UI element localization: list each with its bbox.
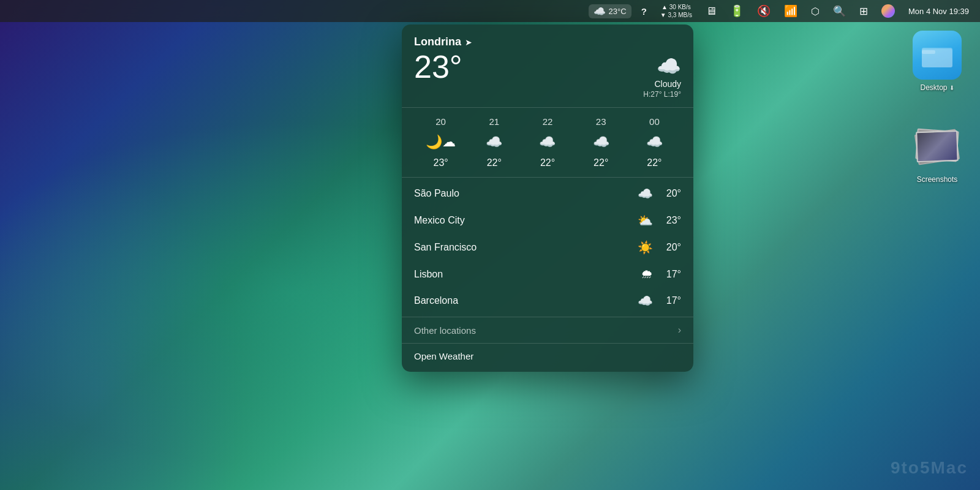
city-temp-mexico-city: 23° [659,215,681,226]
mute-icon: 🔇 [757,4,771,18]
desktop-folder-label: Desktop ⬇ [920,83,954,92]
city-name-barcelona: Barcelona [414,295,458,306]
screenshots-label: Screenshots [917,175,958,184]
hourly-temp-4: 22° [628,157,681,168]
battery-icon: 🔋 [730,4,744,18]
city-right-san-francisco: ☀️ 20° [638,240,681,255]
weather-condition-text: Cloudy [654,79,681,89]
folder-icon-image [913,31,962,80]
hourly-cell-1: 21 [467,116,521,127]
city-temp-sao-paulo: 20° [659,188,681,199]
city-row-mexico-city[interactable]: Mexico City ⛅ 23° [402,207,693,234]
city-row-sao-paulo[interactable]: São Paulo ☁️ 20° [402,180,693,207]
bluetooth-icon: ⬡ [811,6,820,17]
weather-condition-icon: ☁️ [657,55,681,78]
location-arrow-icon: ➤ [465,37,472,47]
weather-popup: Londrina ➤ 23° ☁️ Cloudy H:27° L:19° 20 … [402,24,693,372]
city-name-mexico-city: Mexico City [414,215,465,226]
hourly-times-row: 20 21 22 23 00 [402,113,693,130]
weather-cities-section: São Paulo ☁️ 20° Mexico City ⛅ 23° San F… [402,177,693,317]
hourly-icon-3: ☁️ [575,134,628,150]
weather-location: Londrina [414,36,461,48]
city-temp-barcelona: 17° [659,295,681,306]
other-locations-text: Other locations [414,325,476,336]
folder-svg [922,43,952,67]
city-icon-lisbon: 🌧 [641,267,653,281]
watermark: 9to5Mac [891,458,968,478]
menubar-display-icon[interactable]: 🖥 [702,4,720,19]
avatar [881,4,895,18]
city-icon-barcelona: ☁️ [638,293,653,308]
weather-current-section: Londrina ➤ 23° ☁️ Cloudy H:27° L:19° [402,24,693,107]
screenshots-icon[interactable]: Screenshots [907,123,968,184]
city-right-sao-paulo: ☁️ 20° [638,186,681,201]
hourly-temp-1: 22° [467,157,521,168]
menubar-mute[interactable]: 🔇 [753,3,774,19]
city-name-sao-paulo: São Paulo [414,188,459,199]
city-icon-sao-paulo: ☁️ [638,186,653,201]
hourly-temp-0: 23° [414,157,467,168]
desktop-icons: Desktop ⬇ Screenshots [907,31,968,184]
weather-condition-block: ☁️ Cloudy H:27° L:19° [643,51,681,99]
display-icon: 🖥 [706,5,717,18]
menubar-network-speed[interactable]: ▲ 30 KB/s ▼ 3,3 MB/s [657,2,696,20]
weather-hourly-section: 20 21 22 23 00 🌙☁ ☁️ ☁️ [402,107,693,177]
weather-location-row: Londrina ➤ [414,36,681,48]
hourly-icon-4: ☁️ [628,134,681,150]
search-icon: 🔍 [833,5,846,18]
svg-rect-2 [922,50,935,54]
control-center-icon: ⊞ [859,5,868,18]
city-temp-san-francisco: 20° [659,242,681,253]
screenshots-image [913,123,962,172]
menubar-user-avatar[interactable] [878,3,899,19]
hourly-icon-2: ☁️ [521,134,574,150]
menubar-cloud-icon: ☁️ [594,6,606,17]
hourly-temps-row: 23° 22° 22° 22° 22° [402,154,693,172]
hourly-cell-2: 22 [521,116,574,127]
hourly-icons-row: 🌙☁ ☁️ ☁️ ☁️ ☁️ [402,130,693,154]
city-right-barcelona: ☁️ 17° [638,293,681,308]
city-icon-san-francisco: ☀️ [638,240,653,255]
menubar-search[interactable]: 🔍 [829,4,850,19]
open-weather-text: Open Weather [414,351,473,361]
city-icon-mexico-city: ⛅ [638,213,653,228]
city-right-lisbon: 🌧 17° [641,267,681,281]
hourly-icon-1: ☁️ [467,134,521,150]
menubar-datetime[interactable]: Mon 4 Nov 19:39 [905,6,973,17]
hourly-icon-0: 🌙☁ [414,134,467,150]
menubar-battery[interactable]: 🔋 [726,3,747,19]
weather-menubar-widget[interactable]: ☁️ 23°C [589,4,631,18]
menubar-question[interactable]: ? [638,5,650,18]
weather-current-temp: 23° [414,51,462,83]
menubar-temp: 23°C [609,7,627,16]
chevron-right-icon: › [678,325,681,336]
menubar-bluetooth[interactable]: ⬡ [807,4,823,18]
other-locations-row[interactable]: Other locations › [402,317,693,343]
hourly-cell-0: 20 [414,116,467,127]
hourly-temp-2: 22° [521,157,574,168]
city-row-lisbon[interactable]: Lisbon 🌧 17° [402,261,693,287]
city-name-lisbon: Lisbon [414,269,443,280]
desktop-folder-icon[interactable]: Desktop ⬇ [907,31,968,92]
city-row-san-francisco[interactable]: San Francisco ☀️ 20° [402,234,693,261]
menubar-control-center[interactable]: ⊞ [856,4,872,19]
weather-temp-row: 23° ☁️ Cloudy H:27° L:19° [414,51,681,99]
city-name-san-francisco: San Francisco [414,242,477,253]
open-weather-row[interactable]: Open Weather [402,343,693,372]
menubar-system-tray: ☁️ 23°C ? ▲ 30 KB/s ▼ 3,3 MB/s 🖥 🔋 🔇 [589,2,973,20]
menubar: ☁️ 23°C ? ▲ 30 KB/s ▼ 3,3 MB/s 🖥 🔋 🔇 [0,0,980,22]
hourly-cell-4: 00 [628,116,681,127]
city-right-mexico-city: ⛅ 23° [638,213,681,228]
hourly-temp-3: 22° [575,157,628,168]
weather-high-low: H:27° L:19° [643,90,681,99]
hourly-cell-3: 23 [575,116,628,127]
city-row-barcelona[interactable]: Barcelona ☁️ 17° [402,287,693,314]
city-temp-lisbon: 17° [659,269,681,280]
wifi-icon: 📶 [784,4,797,18]
menubar-wifi[interactable]: 📶 [780,3,801,19]
